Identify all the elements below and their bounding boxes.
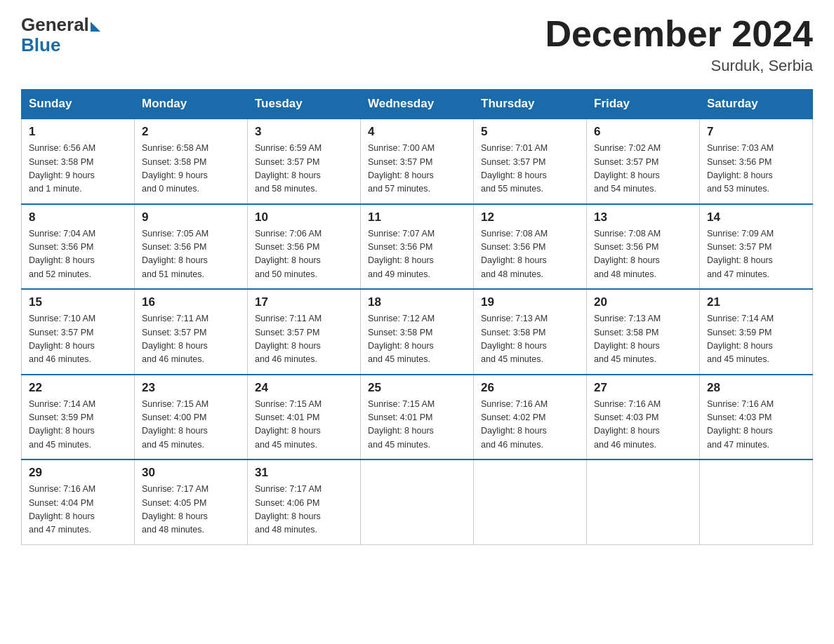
- day-info: Sunrise: 7:02 AMSunset: 3:57 PMDaylight:…: [594, 142, 692, 196]
- calendar-week-row: 8Sunrise: 7:04 AMSunset: 3:56 PMDaylight…: [22, 204, 813, 290]
- calendar-week-row: 1Sunrise: 6:56 AMSunset: 3:58 PMDaylight…: [22, 119, 813, 204]
- calendar-cell-day-28: 28Sunrise: 7:16 AMSunset: 4:03 PMDayligh…: [700, 375, 813, 460]
- col-header-saturday: Saturday: [700, 90, 813, 119]
- day-info: Sunrise: 7:13 AMSunset: 3:58 PMDaylight:…: [481, 312, 579, 367]
- day-info: Sunrise: 7:07 AMSunset: 3:56 PMDaylight:…: [368, 227, 466, 282]
- day-number: 26: [481, 381, 579, 395]
- empty-cell: [700, 459, 813, 544]
- day-number: 23: [142, 381, 240, 395]
- day-number: 25: [368, 381, 466, 395]
- empty-cell: [361, 459, 474, 544]
- col-header-friday: Friday: [587, 90, 700, 119]
- day-info: Sunrise: 7:13 AMSunset: 3:58 PMDaylight:…: [594, 312, 692, 367]
- calendar-week-row: 22Sunrise: 7:14 AMSunset: 3:59 PMDayligh…: [22, 375, 813, 460]
- calendar-cell-day-5: 5Sunrise: 7:01 AMSunset: 3:57 PMDaylight…: [474, 119, 587, 204]
- calendar-cell-day-16: 16Sunrise: 7:11 AMSunset: 3:57 PMDayligh…: [135, 289, 248, 375]
- day-number: 29: [29, 466, 127, 480]
- calendar-week-row: 15Sunrise: 7:10 AMSunset: 3:57 PMDayligh…: [22, 289, 813, 375]
- calendar-week-row: 29Sunrise: 7:16 AMSunset: 4:04 PMDayligh…: [22, 459, 813, 544]
- day-info: Sunrise: 7:08 AMSunset: 3:56 PMDaylight:…: [481, 227, 579, 282]
- day-info: Sunrise: 7:05 AMSunset: 3:56 PMDaylight:…: [142, 227, 240, 282]
- day-number: 2: [142, 125, 240, 139]
- day-info: Sunrise: 7:11 AMSunset: 3:57 PMDaylight:…: [142, 312, 240, 367]
- day-info: Sunrise: 7:16 AMSunset: 4:03 PMDaylight:…: [707, 398, 805, 452]
- day-info: Sunrise: 6:59 AMSunset: 3:57 PMDaylight:…: [255, 142, 353, 196]
- day-number: 27: [594, 381, 692, 395]
- calendar-cell-day-27: 27Sunrise: 7:16 AMSunset: 4:03 PMDayligh…: [587, 375, 700, 460]
- day-number: 4: [368, 125, 466, 139]
- day-info: Sunrise: 7:14 AMSunset: 3:59 PMDaylight:…: [707, 312, 805, 367]
- calendar-header-row: SundayMondayTuesdayWednesdayThursdayFrid…: [22, 90, 813, 119]
- day-info: Sunrise: 7:15 AMSunset: 4:01 PMDaylight:…: [255, 398, 353, 452]
- calendar-cell-day-20: 20Sunrise: 7:13 AMSunset: 3:58 PMDayligh…: [587, 289, 700, 375]
- calendar-cell-day-31: 31Sunrise: 7:17 AMSunset: 4:06 PMDayligh…: [248, 459, 361, 544]
- day-info: Sunrise: 7:01 AMSunset: 3:57 PMDaylight:…: [481, 142, 579, 196]
- day-number: 18: [368, 295, 466, 309]
- calendar-cell-day-7: 7Sunrise: 7:03 AMSunset: 3:56 PMDaylight…: [700, 119, 813, 204]
- day-info: Sunrise: 7:16 AMSunset: 4:03 PMDaylight:…: [594, 398, 692, 452]
- day-info: Sunrise: 7:11 AMSunset: 3:57 PMDaylight:…: [255, 312, 353, 367]
- calendar-cell-day-14: 14Sunrise: 7:09 AMSunset: 3:57 PMDayligh…: [700, 204, 813, 290]
- day-number: 20: [594, 295, 692, 309]
- day-info: Sunrise: 7:15 AMSunset: 4:01 PMDaylight:…: [368, 398, 466, 452]
- day-info: Sunrise: 7:16 AMSunset: 4:04 PMDaylight:…: [29, 483, 127, 537]
- day-number: 1: [29, 125, 127, 139]
- calendar-cell-day-6: 6Sunrise: 7:02 AMSunset: 3:57 PMDaylight…: [587, 119, 700, 204]
- day-info: Sunrise: 7:15 AMSunset: 4:00 PMDaylight:…: [142, 398, 240, 452]
- day-number: 5: [481, 125, 579, 139]
- col-header-wednesday: Wednesday: [361, 90, 474, 119]
- day-number: 21: [707, 295, 805, 309]
- day-number: 17: [255, 295, 353, 309]
- day-number: 24: [255, 381, 353, 395]
- logo-general-text: General: [21, 14, 89, 36]
- calendar-cell-day-4: 4Sunrise: 7:00 AMSunset: 3:57 PMDaylight…: [361, 119, 474, 204]
- calendar-cell-day-9: 9Sunrise: 7:05 AMSunset: 3:56 PMDaylight…: [135, 204, 248, 290]
- day-info: Sunrise: 7:17 AMSunset: 4:05 PMDaylight:…: [142, 483, 240, 537]
- calendar-cell-day-26: 26Sunrise: 7:16 AMSunset: 4:02 PMDayligh…: [474, 375, 587, 460]
- calendar-cell-day-29: 29Sunrise: 7:16 AMSunset: 4:04 PMDayligh…: [22, 459, 135, 544]
- day-info: Sunrise: 7:10 AMSunset: 3:57 PMDaylight:…: [29, 312, 127, 367]
- col-header-monday: Monday: [135, 90, 248, 119]
- calendar-cell-day-3: 3Sunrise: 6:59 AMSunset: 3:57 PMDaylight…: [248, 119, 361, 204]
- day-info: Sunrise: 7:17 AMSunset: 4:06 PMDaylight:…: [255, 483, 353, 537]
- logo-triangle-icon: [91, 22, 100, 32]
- day-number: 16: [142, 295, 240, 309]
- month-title: December 2024: [545, 14, 813, 54]
- calendar-cell-day-11: 11Sunrise: 7:07 AMSunset: 3:56 PMDayligh…: [361, 204, 474, 290]
- day-number: 13: [594, 210, 692, 224]
- calendar-cell-day-17: 17Sunrise: 7:11 AMSunset: 3:57 PMDayligh…: [248, 289, 361, 375]
- calendar-cell-day-24: 24Sunrise: 7:15 AMSunset: 4:01 PMDayligh…: [248, 375, 361, 460]
- calendar-cell-day-2: 2Sunrise: 6:58 AMSunset: 3:58 PMDaylight…: [135, 119, 248, 204]
- day-info: Sunrise: 7:09 AMSunset: 3:57 PMDaylight:…: [707, 227, 805, 282]
- empty-cell: [587, 459, 700, 544]
- col-header-sunday: Sunday: [22, 90, 135, 119]
- day-number: 19: [481, 295, 579, 309]
- calendar-cell-day-21: 21Sunrise: 7:14 AMSunset: 3:59 PMDayligh…: [700, 289, 813, 375]
- day-info: Sunrise: 7:12 AMSunset: 3:58 PMDaylight:…: [368, 312, 466, 367]
- col-header-thursday: Thursday: [474, 90, 587, 119]
- calendar-cell-day-10: 10Sunrise: 7:06 AMSunset: 3:56 PMDayligh…: [248, 204, 361, 290]
- day-number: 8: [29, 210, 127, 224]
- day-number: 11: [368, 210, 466, 224]
- page-header: General Blue December 2024 Surduk, Serbi…: [21, 14, 813, 75]
- day-number: 15: [29, 295, 127, 309]
- calendar-table: SundayMondayTuesdayWednesdayThursdayFrid…: [21, 89, 813, 545]
- day-info: Sunrise: 7:04 AMSunset: 3:56 PMDaylight:…: [29, 227, 127, 282]
- day-info: Sunrise: 7:14 AMSunset: 3:59 PMDaylight:…: [29, 398, 127, 452]
- calendar-cell-day-18: 18Sunrise: 7:12 AMSunset: 3:58 PMDayligh…: [361, 289, 474, 375]
- empty-cell: [474, 459, 587, 544]
- day-number: 9: [142, 210, 240, 224]
- day-number: 22: [29, 381, 127, 395]
- day-number: 30: [142, 466, 240, 480]
- day-number: 6: [594, 125, 692, 139]
- day-number: 3: [255, 125, 353, 139]
- title-section: December 2024 Surduk, Serbia: [545, 14, 813, 75]
- day-info: Sunrise: 7:00 AMSunset: 3:57 PMDaylight:…: [368, 142, 466, 196]
- day-info: Sunrise: 7:16 AMSunset: 4:02 PMDaylight:…: [481, 398, 579, 452]
- calendar-cell-day-30: 30Sunrise: 7:17 AMSunset: 4:05 PMDayligh…: [135, 459, 248, 544]
- day-info: Sunrise: 6:58 AMSunset: 3:58 PMDaylight:…: [142, 142, 240, 196]
- calendar-cell-day-22: 22Sunrise: 7:14 AMSunset: 3:59 PMDayligh…: [22, 375, 135, 460]
- day-number: 14: [707, 210, 805, 224]
- day-number: 28: [707, 381, 805, 395]
- day-number: 7: [707, 125, 805, 139]
